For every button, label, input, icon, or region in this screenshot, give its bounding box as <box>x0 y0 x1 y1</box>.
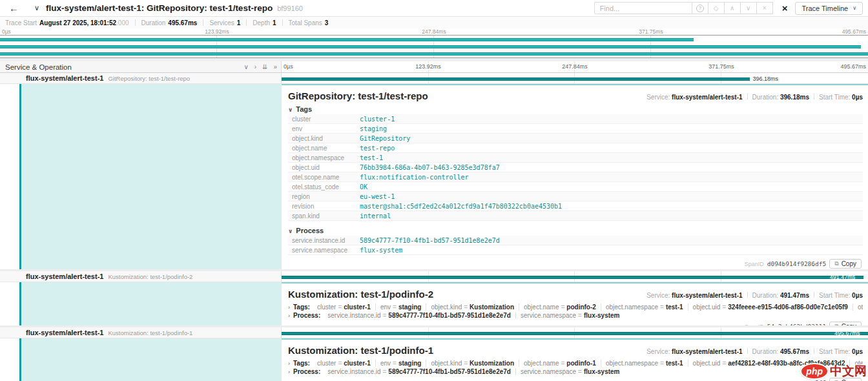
back-icon[interactable]: ← <box>0 3 26 14</box>
tag-pill: otel.scope.name=flux:notification-contro… <box>853 304 863 311</box>
minimap-tick-labels: 0µs123.92ms247.84ms371.75ms495.67ms <box>0 28 868 35</box>
span-duration-bar[interactable] <box>282 77 750 81</box>
chevron-down-icon: ∨ <box>288 107 293 113</box>
trace-duration: Duration495.67ms <box>141 19 198 26</box>
span-detail-indent <box>0 338 282 381</box>
tag-row: object.nametest-repo <box>288 143 863 153</box>
span-row-podinfo-2[interactable]: flux-system/alert-test-1 Kustomization: … <box>0 271 868 282</box>
copy-button[interactable]: ⧉ Copy <box>829 259 862 269</box>
span-operation-name: GitRepository: test-1/test-repo <box>108 75 190 82</box>
expand-one-icon[interactable]: › <box>254 63 256 70</box>
view-dropdown-label: Trace Timeline <box>801 5 848 12</box>
help-button[interactable]: ? <box>692 2 708 14</box>
span-detail-podinfo-1: Kustomization: test-1/podinfo-1 Service:… <box>0 338 868 381</box>
span-detail-title: Kustomization: test-1/podinfo-2 <box>288 289 433 300</box>
collapse-one-icon[interactable]: ∨ <box>243 63 248 70</box>
tag-row: object.namespacetest-1 <box>288 153 863 163</box>
trace-depth: Depth1 <box>253 19 276 26</box>
process-pill: service.instance.id=589c4777-7f10-4fb1-b… <box>323 368 516 375</box>
span-detail-meta: Service: flux-system/alert-test-1Duratio… <box>646 348 863 355</box>
tag-pill: cluster=cluster-1 <box>313 304 376 311</box>
tag-pill: object.name=podinfo-1 <box>519 360 601 367</box>
trace-summary-bar: Trace StartAugust 27 2025, 18:01:52.000 … <box>0 17 868 28</box>
span-row-podinfo-1[interactable]: flux-system/alert-test-1 Kustomization: … <box>0 327 868 338</box>
span-duration-label: 396.18ms <box>752 76 778 82</box>
tag-pill: env=staging <box>376 304 427 311</box>
page-title: flux-system/alert-test-1: GitRepository:… <box>46 3 273 13</box>
minimap-canvas[interactable] <box>0 35 868 58</box>
collapse-all-icon[interactable]: ⇊ <box>262 63 267 70</box>
find-input[interactable] <box>594 2 692 14</box>
tags-table: clustercluster-1envstagingobject.kindGit… <box>288 114 863 221</box>
copy-icon: ⧉ <box>834 260 838 267</box>
timeline-tick-labels: 0µs123.92ms247.84ms371.75ms495.67ms <box>282 61 868 72</box>
span-detail-meta: Service: flux-system/alert-test-1Duratio… <box>646 94 863 101</box>
prev-result-button[interactable]: ∧ <box>725 2 741 14</box>
span-detail-title: Kustomization: test-1/podinfo-1 <box>288 345 433 356</box>
tag-pill: object.uid=324feeee-e915-4d06-af86-0d0e7… <box>688 304 853 311</box>
process-table: service.instance.id589c4777-7f10-4fb1-bd… <box>288 236 863 255</box>
clear-search-button[interactable]: × <box>757 2 773 14</box>
chevron-down-icon[interactable]: ∨ <box>34 4 39 12</box>
watermark-text: 中文网 <box>830 363 867 380</box>
trace-total-spans: Total Spans3 <box>289 19 329 26</box>
site-watermark: php 中文网 <box>800 363 867 380</box>
tag-row: object.uid76bb3984-686a-4b07-b463-9285e3… <box>288 163 863 172</box>
process-collapsed-row[interactable]: › Process: service.instance.id=589c4777-… <box>288 368 863 375</box>
process-pill: service.namespace=flux-system <box>516 312 625 319</box>
process-row: service.instance.id589c4777-7f10-4fb1-bd… <box>288 236 863 245</box>
tag-row: otel.scope.nameflux:notification-control… <box>288 172 863 182</box>
span-service-name: flux-system/alert-test-1 <box>26 74 103 82</box>
span-duration-bar[interactable] <box>282 276 863 279</box>
tag-row: clustercluster-1 <box>288 114 863 124</box>
chevron-down-icon: ∨ <box>852 5 856 11</box>
process-row: service.namespaceflux-system <box>288 245 863 255</box>
close-icon[interactable]: × <box>782 3 788 14</box>
tag-pill: env=staging <box>376 360 427 367</box>
span-detail-podinfo-2: Kustomization: test-1/podinfo-2 Service:… <box>0 282 868 325</box>
span-operation-name: Kustomization: test-1/podinfo-2 <box>108 273 192 280</box>
span-duration-label: 491.47ms <box>830 274 856 280</box>
trace-start: Trace StartAugust 27 2025, 18:01:52.000 <box>5 19 129 26</box>
trace-id: bf99160 <box>277 5 303 12</box>
chevron-right-icon: › <box>288 360 290 367</box>
process-section-toggle[interactable]: ∨Process <box>288 227 863 234</box>
service-operation-header: Service & Operation <box>5 63 243 71</box>
span-id-label: SpanID <box>745 261 764 267</box>
chevron-right-icon: › <box>288 313 290 319</box>
trace-page-header: ← ∨ flux-system/alert-test-1: GitReposit… <box>0 0 868 17</box>
tag-row: otel.status_codeOK <box>288 182 863 192</box>
tag-pill: object.kind=Kustomization <box>426 360 519 367</box>
expand-all-icon[interactable]: » <box>273 63 277 70</box>
span-operation-name: Kustomization: test-1/podinfo-1 <box>108 329 192 336</box>
tag-row: object.kindGitRepository <box>288 134 863 143</box>
tag-row: envstaging <box>288 124 863 134</box>
chevron-right-icon: › <box>288 369 290 375</box>
tags-collapsed-row[interactable]: › Tags: cluster=cluster-1env=stagingobje… <box>288 360 863 367</box>
chevron-down-icon: ∨ <box>288 228 293 234</box>
tag-pill: object.name=podinfo-2 <box>519 304 601 311</box>
php-logo: php <box>800 363 829 380</box>
process-collapsed-row[interactable]: › Process: service.instance.id=589c4777-… <box>288 312 863 319</box>
view-dropdown[interactable]: Trace Timeline ∨ <box>795 2 863 15</box>
trace-services: Services1 <box>209 19 240 26</box>
timeline-header-row: Service & Operation ∨ › ⇊ » 0µs123.92ms2… <box>0 61 868 73</box>
divider <box>0 325 868 327</box>
collapse-controls: ∨ › ⇊ » <box>243 63 277 70</box>
focus-result-button[interactable]: ◇ <box>708 2 725 14</box>
span-row-gitrepository[interactable]: flux-system/alert-test-1 GitRepository: … <box>0 73 868 84</box>
minimap-span-bar <box>0 38 694 41</box>
span-service-name: flux-system/alert-test-1 <box>26 329 103 336</box>
process-pill: service.instance.id=589c4777-7f10-4fb1-b… <box>323 312 516 319</box>
minimap-span-bar <box>0 45 861 48</box>
span-graph-minimap[interactable]: 0µs123.92ms247.84ms371.75ms495.67ms <box>0 28 868 58</box>
tags-section-toggle[interactable]: ∨Tags <box>288 105 863 113</box>
span-detail-title: GitRepository: test-1/test-repo <box>288 90 428 101</box>
next-result-button[interactable]: ∨ <box>741 2 757 14</box>
span-duration-bar[interactable] <box>282 332 868 335</box>
tags-collapsed-row[interactable]: › Tags: cluster=cluster-1env=stagingobje… <box>288 304 863 311</box>
chevron-right-icon: › <box>288 304 290 311</box>
minimap-span-bar <box>0 52 868 56</box>
process-pill: service.namespace=flux-system <box>516 368 625 375</box>
help-icon: ? <box>696 5 704 12</box>
